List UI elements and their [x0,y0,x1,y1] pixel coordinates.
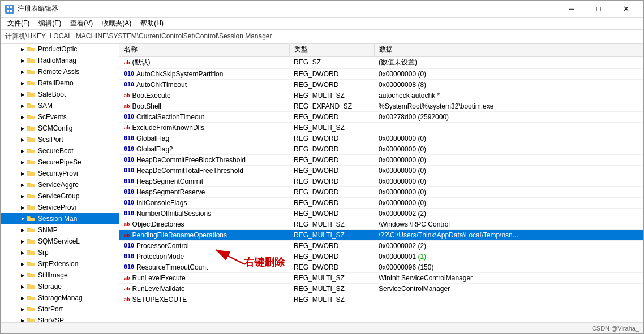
sidebar-item-22[interactable]: ▶StorageManag [1,292,119,303]
sidebar-label-16: SNMP [38,226,58,234]
cell-name-text-14: NumberOfInitialSessions [136,210,211,218]
sidebar-item-3[interactable]: ▶RetailDemo [1,77,119,89]
folder-icon-11 [27,169,36,178]
menu-item-查看V[interactable]: 查看(V) [66,18,97,29]
folder-icon-20 [27,271,36,280]
table-row[interactable]: abSETUPEXECUTEREG_MULTI_SZ [119,294,643,305]
sidebar-item-0[interactable]: ▶ProductOptic [1,44,119,55]
sidebar-item-9[interactable]: ▶SecureBoot [1,145,119,157]
table-row[interactable]: abRunLevelExecuteREG_MULTI_SZWinInit Ser… [119,272,643,283]
table-row[interactable]: 010AutoChkTimeoutREG_DWORD0x00000008 (8) [119,79,643,90]
expand-btn-8[interactable]: ▶ [19,136,27,144]
expand-btn-15[interactable]: ▼ [19,215,27,223]
table-row[interactable]: 010GlobalFlag2REG_DWORD0x00000000 (0) [119,144,643,154]
expand-btn-7[interactable]: ▶ [19,124,27,132]
table-row[interactable]: 010ProtectionModeREG_DWORD0x00000001 (1) [119,251,643,262]
sidebar-item-14[interactable]: ▶ServiceProvi [1,202,119,213]
close-button[interactable]: ✕ [613,1,639,18]
cell-name-text-10: HeapDeCommitTotalFreeThreshold [136,167,243,175]
sidebar-item-13[interactable]: ▶ServiceGroup [1,190,119,202]
sidebar-item-21[interactable]: ▶Storage [1,281,119,292]
content-pane[interactable]: 名称 类型 数据 ab(默认)REG_SZ(数值未设置)010AutoChkSk… [119,44,643,322]
table-row[interactable]: abObjectDirectoriesREG_MULTI_SZ\Windows … [119,219,643,229]
table-row[interactable]: 010HeapDeCommitTotalFreeThresholdREG_DWO… [119,165,643,176]
minimize-button[interactable]: ─ [559,1,585,18]
table-row[interactable]: 010InitConsoleFlagsREG_DWORD0x00000000 (… [119,197,643,208]
expand-btn-2[interactable]: ▶ [19,68,27,76]
expand-btn-9[interactable]: ▶ [19,147,27,155]
sidebar-item-8[interactable]: ▶ScsiPort [1,134,119,145]
sidebar-item-10[interactable]: ▶SecurePipeSe [1,157,119,168]
expand-btn-22[interactable]: ▶ [19,294,27,302]
table-row[interactable]: 010HeapSegmentCommitREG_DWORD0x00000000 … [119,176,643,186]
expand-btn-23[interactable]: ▶ [19,305,27,313]
expand-btn-14[interactable]: ▶ [19,203,27,211]
expand-btn-4[interactable]: ▶ [19,90,27,98]
expand-btn-10[interactable]: ▶ [19,158,27,166]
folder-icon-18 [27,248,36,257]
sidebar-item-4[interactable]: ▶SafeBoot [1,89,119,100]
expand-btn-0[interactable]: ▶ [19,45,27,53]
sidebar-label-7: SCMConfig [38,124,72,132]
table-row[interactable]: 010HeapSegmentReserveREG_DWORD0x00000000… [119,186,643,197]
table-row[interactable]: abBootExecuteREG_MULTI_SZautocheck autoc… [119,90,643,101]
sidebar-item-17[interactable]: ▶SQMServiceL [1,236,119,247]
menu-item-帮助H[interactable]: 帮助(H) [136,18,168,29]
table-row[interactable]: abExcludeFromKnownDllsREG_MULTI_SZ [119,122,643,133]
expand-btn-18[interactable]: ▶ [19,249,27,257]
expand-btn-19[interactable]: ▶ [19,260,27,268]
sidebar-item-12[interactable]: ▶ServiceAggre [1,179,119,190]
table-row[interactable]: 010ProcessorControlREG_DWORD0x00000002 (… [119,240,643,251]
table-row[interactable]: 010AutoChkSkipSystemPartitionREG_DWORD0x… [119,68,643,79]
expand-btn-11[interactable]: ▶ [19,170,27,177]
table-row[interactable]: abRunLevelValidateREG_MULTI_SZServiceCon… [119,283,643,294]
sidebar-item-11[interactable]: ▶SecurityProvi [1,168,119,179]
menu-item-编辑E[interactable]: 编辑(E) [34,18,66,29]
expand-btn-16[interactable]: ▶ [19,226,27,234]
table-row[interactable]: 010HeapDeCommitFreeBlockThresholdREG_DWO… [119,154,643,165]
sidebar-item-2[interactable]: ▶Remote Assis [1,66,119,77]
sidebar-item-1[interactable]: ▶RadioManag [1,55,119,66]
cell-type-16: REG_MULTI_SZ [289,229,374,240]
expand-btn-1[interactable]: ▶ [19,57,27,64]
table-row[interactable]: 010ResourceTimeoutCountREG_DWORD0x000000… [119,262,643,272]
sidebar-item-20[interactable]: ▶StillImage [1,270,119,281]
table-row[interactable]: abPendingFileRenameOperationsREG_MULTI_S… [119,229,643,240]
menu-item-收藏夹A[interactable]: 收藏夹(A) [97,18,136,29]
expand-btn-17[interactable]: ▶ [19,237,27,245]
folder-icon-22 [27,293,36,302]
reg-type-icon-8: 010 [124,146,134,152]
expand-btn-21[interactable]: ▶ [19,283,27,290]
sidebar-item-7[interactable]: ▶SCMConfig [1,123,119,134]
table-row[interactable]: abBootShellREG_EXPAND_SZ%SystemRoot%\sys… [119,101,643,111]
sidebar-item-6[interactable]: ▶ScEvents [1,111,119,123]
expand-btn-6[interactable]: ▶ [19,113,27,121]
table-row[interactable]: ab(默认)REG_SZ(数值未设置) [119,56,643,68]
cell-name-10: 010HeapDeCommitTotalFreeThreshold [119,165,289,176]
expand-btn-20[interactable]: ▶ [19,271,27,279]
maximize-button[interactable]: □ [586,1,612,18]
expand-btn-13[interactable]: ▶ [19,192,27,200]
sidebar-item-18[interactable]: ▶Srp [1,247,119,258]
expand-btn-3[interactable]: ▶ [19,79,27,87]
sidebar-item-16[interactable]: ▶SNMP [1,224,119,236]
folder-icon-21 [27,282,36,291]
expand-btn-5[interactable]: ▶ [19,102,27,110]
expand-btn-12[interactable]: ▶ [19,181,27,189]
sidebar-item-15[interactable]: ▼Session Man [1,213,119,224]
reg-type-icon-14: 010 [124,210,134,216]
table-row[interactable]: 010CriticalSectionTimeoutREG_DWORD0x0027… [119,111,643,122]
sidebar-item-19[interactable]: ▶SrpExtension [1,258,119,270]
table-row[interactable]: 010NumberOfInitialSessionsREG_DWORD0x000… [119,208,643,219]
table-header-row: 名称 类型 数据 [119,44,643,56]
sidebar-item-24[interactable]: ▶StorVSP [1,315,119,322]
sidebar[interactable]: ▶ProductOptic▶RadioManag▶Remote Assis▶Re… [1,44,119,322]
table-row[interactable]: 010GlobalFlagREG_DWORD0x00000000 (0) [119,133,643,144]
cell-type-15: REG_MULTI_SZ [289,219,374,229]
expand-btn-24[interactable]: ▶ [19,316,27,322]
menu-item-文件F[interactable]: 文件(F) [3,18,34,29]
cell-type-2: REG_DWORD [289,79,374,90]
sidebar-item-23[interactable]: ▶StorPort [1,303,119,315]
cell-name-text-16: PendingFileRenameOperations [132,231,227,239]
sidebar-item-5[interactable]: ▶SAM [1,100,119,111]
